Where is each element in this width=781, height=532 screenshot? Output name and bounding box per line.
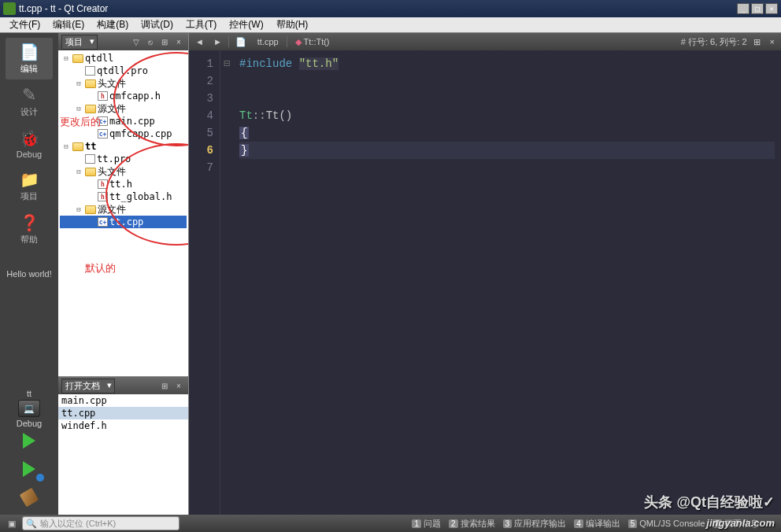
menu-1[interactable]: 编辑(E) <box>46 17 91 33</box>
menu-bar: 文件(F)编辑(E)构建(B)调试(D)工具(T)控件(W)帮助(H) <box>0 17 781 33</box>
status-bar: ▣ 🔍 输入以定位 (Ctrl+K) 1问题2搜索结果3应用程序输出4编译输出5… <box>0 515 781 532</box>
run-button[interactable] <box>16 430 43 452</box>
doc-item[interactable]: windef.h <box>58 419 188 432</box>
link-icon[interactable]: ⎋ <box>144 35 157 48</box>
line-col-indicator[interactable]: # 行号: 6, 列号: 2 <box>681 36 747 48</box>
search-icon: 🔍 <box>26 519 37 529</box>
nav-back-icon[interactable]: ◄ <box>192 35 207 48</box>
filter-icon[interactable]: ▽ <box>130 35 143 48</box>
menu-3[interactable]: 调试(D) <box>135 17 180 33</box>
watermark-url: jingyanla.com <box>706 517 775 529</box>
open-docs-header: 打开文档 ⊞ × <box>58 377 188 394</box>
tree-item[interactable]: ⊟tt <box>60 140 187 153</box>
hello-label: Hello world! <box>5 268 53 280</box>
mode-edit[interactable]: 编辑 <box>6 38 53 79</box>
open-documents-panel: 打开文档 ⊞ × main.cpptt.cppwindef.h <box>58 376 188 515</box>
editor-toolbar: ◄ ► 📄 tt.cpp Tt::Tt() # 行号: 6, 列号: 2 ⊞ × <box>189 33 781 50</box>
debug-button[interactable] <box>16 458 43 480</box>
tree-item[interactable]: hqmfcapp.h <box>60 90 187 102</box>
project-panel-header: 项目 ▽ ⎋ ⊞ × <box>58 33 188 50</box>
tree-item[interactable]: htt.h <box>60 178 187 190</box>
output-tab-3[interactable]: 3应用程序输出 <box>500 516 570 531</box>
crumb-file[interactable]: tt.cpp <box>253 35 283 48</box>
tree-item[interactable]: ⊟头文件 <box>60 165 187 178</box>
close-button[interactable]: × <box>765 3 778 14</box>
window-title: tt.cpp - tt - Qt Creator <box>19 3 737 14</box>
tree-item[interactable]: ⊟头文件 <box>60 77 187 90</box>
output-tab-5[interactable]: 5QML/JS Console <box>625 516 709 531</box>
mode-proj[interactable]: 项目 <box>6 165 53 207</box>
minimize-button[interactable]: _ <box>737 3 750 14</box>
menu-6[interactable]: 帮助(H) <box>270 17 315 33</box>
split-icon[interactable]: ⊞ <box>158 379 171 392</box>
mode-help[interactable]: 帮助 <box>6 209 53 250</box>
output-tab-2[interactable]: 2搜索结果 <box>446 516 498 531</box>
open-docs-combo[interactable]: 打开文档 <box>61 379 115 393</box>
watermark-text: 头条 @Qt自经验啦✓ <box>644 493 775 512</box>
close-panel-icon[interactable]: × <box>172 379 185 392</box>
code-editor[interactable]: 1234567 ⊟ #include "tt.h" Tt::Tt(){} <box>189 50 781 515</box>
mode-bar: 编辑设计Debug项目帮助 Hello world! tt 💻 Debug <box>0 33 58 515</box>
close-editor-icon[interactable]: × <box>767 35 778 48</box>
tree-item[interactable]: qtdll.pro <box>60 65 187 77</box>
annotation-default: 默认的 <box>85 261 116 275</box>
doc-item[interactable]: tt.cpp <box>58 407 188 419</box>
toggle-sidebar-icon[interactable]: ▣ <box>5 517 19 530</box>
mode-debug[interactable]: Debug <box>6 124 53 164</box>
app-icon <box>3 2 16 15</box>
close-panel-icon[interactable]: × <box>172 35 185 48</box>
mode-design[interactable]: 设计 <box>6 81 53 123</box>
output-tab-4[interactable]: 4编译输出 <box>571 516 624 531</box>
menu-0[interactable]: 文件(F) <box>3 17 46 33</box>
locator-input[interactable]: 🔍 输入以定位 (Ctrl+K) <box>22 516 180 530</box>
split-icon[interactable]: ⊞ <box>158 35 171 48</box>
side-panel: 项目 ▽ ⎋ ⊞ × 更改后的 默认的 ⊟qtdllqtdll.pro⊟头文件h… <box>58 33 189 515</box>
doc-item[interactable]: main.cpp <box>58 394 188 407</box>
file-type-icon: 📄 <box>232 35 250 49</box>
target-config: Debug <box>17 419 42 428</box>
tree-item[interactable]: c+main.cpp <box>60 115 187 127</box>
tree-item[interactable]: tt.pro <box>60 153 187 165</box>
window-titlebar: tt.cpp - tt - Qt Creator _ □ × <box>0 0 781 17</box>
crumb-symbol[interactable]: Tt::Tt() <box>291 35 335 49</box>
tree-item[interactable]: c+qmfcapp.cpp <box>60 127 187 140</box>
project-tree[interactable]: 更改后的 默认的 ⊟qtdllqtdll.pro⊟头文件hqmfcapp.h⊟源… <box>58 50 188 376</box>
menu-4[interactable]: 工具(T) <box>180 17 223 33</box>
tree-item[interactable]: ⊟qtdll <box>60 52 187 65</box>
menu-2[interactable]: 构建(B) <box>91 17 135 33</box>
target-name: tt <box>17 389 42 398</box>
tree-item[interactable]: htt_global.h <box>60 190 187 203</box>
locator-placeholder: 输入以定位 (Ctrl+K) <box>40 518 116 530</box>
project-panel-combo[interactable]: 项目 <box>61 35 98 50</box>
tree-item[interactable]: c+tt.cpp <box>60 216 187 228</box>
output-tab-1[interactable]: 1问题 <box>409 516 444 531</box>
tree-item[interactable]: ⊟源文件 <box>60 203 187 216</box>
menu-5[interactable]: 控件(W) <box>223 17 269 33</box>
nav-fwd-icon[interactable]: ► <box>210 35 225 48</box>
build-button[interactable] <box>16 486 43 508</box>
tree-item[interactable]: ⊟源文件 <box>60 102 187 115</box>
target-selector[interactable]: tt 💻 Debug <box>15 387 43 430</box>
split-editor-icon[interactable]: ⊞ <box>750 35 764 49</box>
maximize-button[interactable]: □ <box>751 3 764 14</box>
editor-area: ◄ ► 📄 tt.cpp Tt::Tt() # 行号: 6, 列号: 2 ⊞ ×… <box>189 33 781 515</box>
